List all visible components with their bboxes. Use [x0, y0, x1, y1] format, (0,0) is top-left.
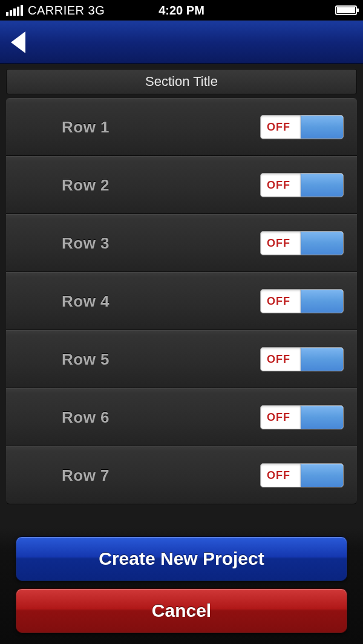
toggle-knob	[301, 290, 343, 313]
toggle-knob	[301, 406, 343, 429]
toggle-knob	[301, 174, 343, 197]
settings-list: Row 1 OFF Row 2 OFF Row 3 OFF Row 4 OFF …	[6, 98, 357, 504]
row-label: Row 7	[62, 466, 110, 485]
toggle-knob	[301, 232, 343, 255]
toggle-off-label: OFF	[261, 411, 290, 424]
cancel-button[interactable]: Cancel	[16, 588, 347, 633]
toggle-switch[interactable]: OFF	[260, 289, 344, 313]
navigation-bar	[0, 21, 363, 64]
toggle-off-label: OFF	[261, 469, 290, 482]
row-label: Row 6	[62, 408, 110, 427]
list-item: Row 7 OFF	[6, 446, 357, 504]
list-item: Row 2 OFF	[6, 156, 357, 214]
create-project-button[interactable]: Create New Project	[16, 536, 347, 581]
row-label: Row 3	[62, 234, 110, 253]
carrier-label: CARRIER 3G	[28, 4, 105, 18]
back-icon[interactable]	[11, 31, 25, 53]
toggle-switch[interactable]: OFF	[260, 173, 344, 197]
list-item: Row 3 OFF	[6, 214, 357, 272]
toggle-switch[interactable]: OFF	[260, 231, 344, 255]
toggle-off-label: OFF	[261, 237, 290, 250]
row-label: Row 1	[62, 118, 110, 137]
toggle-switch[interactable]: OFF	[260, 405, 344, 429]
toggle-knob	[301, 348, 343, 371]
toggle-off-label: OFF	[261, 179, 290, 192]
action-bar: Create New Project Cancel	[0, 528, 363, 644]
toggle-switch[interactable]: OFF	[260, 463, 344, 487]
clock-label: 4:20 PM	[159, 4, 204, 18]
list-item: Row 4 OFF	[6, 272, 357, 330]
section-title: Section Title	[6, 69, 357, 94]
toggle-off-label: OFF	[261, 295, 290, 308]
toggle-switch[interactable]: OFF	[260, 347, 344, 371]
list-item: Row 6 OFF	[6, 388, 357, 446]
list-item: Row 1 OFF	[6, 98, 357, 156]
toggle-knob	[301, 115, 343, 138]
row-label: Row 2	[62, 176, 110, 195]
toggle-off-label: OFF	[261, 121, 290, 134]
signal-icon	[6, 5, 23, 16]
list-item: Row 5 OFF	[6, 330, 357, 388]
toggle-knob	[301, 464, 343, 487]
row-label: Row 4	[62, 292, 110, 311]
toggle-off-label: OFF	[261, 353, 290, 366]
row-label: Row 5	[62, 350, 110, 369]
battery-icon	[335, 5, 357, 15]
toggle-switch[interactable]: OFF	[260, 115, 344, 139]
status-bar: CARRIER 3G 4:20 PM	[0, 0, 363, 21]
